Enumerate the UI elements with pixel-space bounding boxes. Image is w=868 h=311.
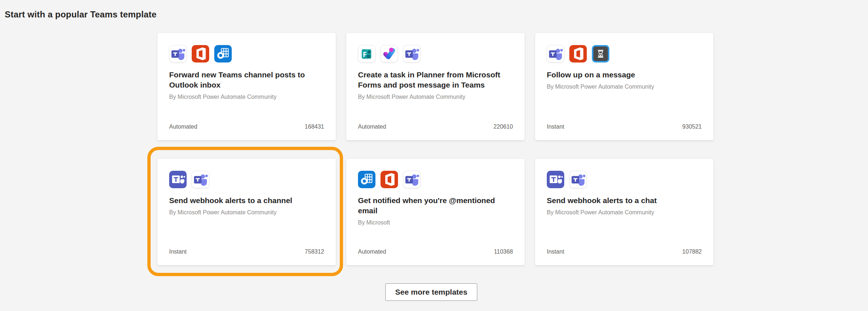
page-title: Start with a popular Teams template [5,9,156,20]
teams-solid-icon [169,171,187,188]
template-meta: Instant 107882 [547,249,702,255]
template-run-count: 110368 [494,249,513,255]
teams-icon [192,171,209,188]
template-author: By Microsoft [358,219,513,226]
template-type-label: Instant [547,124,564,130]
template-meta: Instant 758312 [169,249,324,255]
template-card[interactable]: Follow up on a message By Microsoft Powe… [535,33,713,140]
template-title: Get notified when you're @mentioned emai… [358,195,513,216]
template-run-count: 220610 [494,124,513,130]
template-type-label: Automated [358,124,386,130]
template-icons [547,171,702,188]
teams-icon [403,45,421,62]
office-icon [569,45,587,62]
teams-icon [169,45,187,62]
template-meta: Instant 930521 [547,124,702,130]
template-title: Forward new Teams channel posts to Outlo… [169,70,324,90]
template-type-label: Automated [358,249,386,255]
template-run-count: 107882 [682,249,702,255]
template-icons [169,45,324,62]
see-more-templates-button[interactable]: See more templates [385,283,477,301]
template-title: Send webhook alerts to a chat [547,195,702,206]
template-type-label: Automated [169,124,197,130]
template-card[interactable]: Send webhook alerts to a chat By Microso… [535,159,713,265]
teams-icon [569,171,587,188]
template-meta: Automated 220610 [358,124,513,130]
office-icon [192,45,209,62]
teams-icon [403,171,421,188]
template-icons [358,171,513,188]
office-icon [381,171,398,188]
template-icons [547,45,702,62]
outlook-icon [214,45,232,62]
template-author: By Microsoft Power Automate Community [169,94,324,100]
hourglass-icon [592,45,609,62]
template-icons [169,171,324,188]
template-type-label: Instant [547,249,564,255]
teams-solid-icon [547,171,564,188]
template-card[interactable]: Get notified when you're @mentioned emai… [346,159,525,265]
template-author: By Microsoft Power Automate Community [169,209,324,216]
template-title: Follow up on a message [547,70,702,80]
template-icons [358,45,513,62]
template-title: Send webhook alerts to a channel [169,195,324,206]
template-run-count: 168431 [305,124,324,130]
template-card-highlighted[interactable]: Send webhook alerts to a channel By Micr… [158,159,336,265]
teams-icon [547,45,564,62]
template-run-count: 930521 [682,124,702,130]
template-card[interactable]: Create a task in Planner from Microsoft … [346,33,525,140]
template-meta: Automated 168431 [169,124,324,130]
templates-page: Start with a popular Teams template Forw… [0,0,868,311]
template-grid: Forward new Teams channel posts to Outlo… [158,33,713,265]
template-author: By Microsoft Power Automate Community [547,209,702,216]
template-title: Create a task in Planner from Microsoft … [358,70,513,90]
planner-icon [381,45,398,62]
template-card[interactable]: Forward new Teams channel posts to Outlo… [158,33,336,140]
template-type-label: Instant [169,249,187,255]
outlook-icon [358,171,375,188]
template-meta: Automated 110368 [358,249,513,255]
template-run-count: 758312 [305,249,324,255]
template-author: By Microsoft Power Automate Community [547,84,702,90]
template-author: By Microsoft Power Automate Community [358,94,513,100]
forms-icon [358,45,375,62]
